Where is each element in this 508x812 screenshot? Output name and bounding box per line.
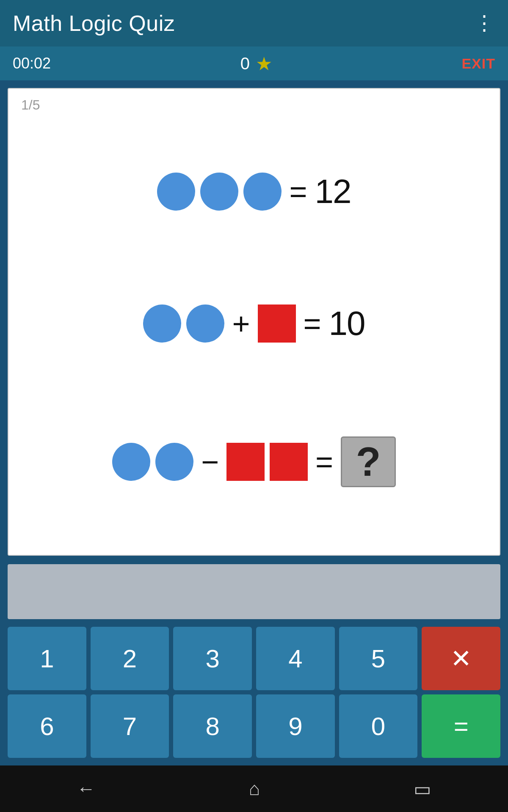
equation-row-2: + = 10 bbox=[143, 304, 364, 343]
answer-display bbox=[8, 564, 500, 619]
circle-icon bbox=[155, 443, 193, 481]
equals-sign-3: = bbox=[315, 447, 333, 477]
home-button[interactable]: ⌂ bbox=[249, 778, 260, 799]
key-7[interactable]: 7 bbox=[91, 694, 169, 758]
answer-placeholder-box: ? bbox=[341, 436, 396, 487]
key-8[interactable]: 8 bbox=[173, 694, 252, 758]
key-1[interactable]: 1 bbox=[8, 627, 86, 690]
equals-button[interactable]: = bbox=[422, 694, 500, 758]
circle-icon bbox=[200, 173, 238, 211]
equals-sign-1: = bbox=[289, 176, 307, 207]
exit-button[interactable]: EXIT bbox=[461, 55, 495, 72]
app-title: Math Logic Quiz bbox=[13, 11, 175, 36]
result-1: 12 bbox=[315, 172, 351, 211]
delete-button[interactable]: ✕ bbox=[422, 627, 500, 690]
circles-group-2 bbox=[143, 304, 224, 343]
question-counter: 1/5 bbox=[21, 97, 487, 113]
circle-icon bbox=[157, 173, 195, 211]
app-bar: Math Logic Quiz ⋮ bbox=[0, 0, 508, 47]
square-icon bbox=[226, 443, 265, 481]
star-icon: ★ bbox=[256, 53, 272, 74]
key-6[interactable]: 6 bbox=[8, 694, 86, 758]
equals-sign-2: = bbox=[304, 308, 321, 339]
key-2[interactable]: 2 bbox=[91, 627, 169, 690]
key-5[interactable]: 5 bbox=[339, 627, 418, 690]
circles-group-3 bbox=[112, 443, 193, 481]
back-button[interactable]: ← bbox=[77, 778, 95, 799]
squares-group bbox=[226, 443, 308, 481]
timer: 00:02 bbox=[13, 55, 51, 72]
minus-sign: − bbox=[201, 447, 219, 477]
result-2: 10 bbox=[329, 304, 365, 343]
quiz-card: 1/5 = 12 + = 10 bbox=[8, 88, 500, 556]
key-9[interactable]: 9 bbox=[256, 694, 335, 758]
score: 0 bbox=[240, 54, 250, 73]
circle-icon bbox=[143, 304, 181, 343]
circle-icon bbox=[243, 173, 282, 211]
equation-row-1: = 12 bbox=[157, 172, 351, 211]
square-icon bbox=[270, 443, 308, 481]
plus-sign: + bbox=[232, 308, 250, 339]
equation-row-3: − = ? bbox=[112, 436, 396, 487]
circles-group-1 bbox=[157, 173, 282, 211]
keypad: 1 2 3 4 5 ✕ 6 7 8 9 0 = bbox=[8, 627, 500, 758]
key-3[interactable]: 3 bbox=[173, 627, 252, 690]
key-0[interactable]: 0 bbox=[339, 694, 418, 758]
score-area: 0 ★ bbox=[240, 53, 272, 74]
question-mark: ? bbox=[356, 442, 381, 482]
key-4[interactable]: 4 bbox=[256, 627, 335, 690]
menu-button[interactable]: ⋮ bbox=[474, 18, 495, 28]
square-icon bbox=[258, 304, 296, 343]
circle-icon bbox=[186, 304, 224, 343]
status-bar: 00:02 0 ★ EXIT bbox=[0, 47, 508, 80]
circle-icon bbox=[112, 443, 150, 481]
recent-button[interactable]: ▭ bbox=[414, 778, 431, 800]
nav-bar: ← ⌂ ▭ bbox=[0, 765, 508, 812]
answer-input-area bbox=[8, 564, 500, 619]
equations-area: = 12 + = 10 − = bbox=[21, 117, 487, 542]
